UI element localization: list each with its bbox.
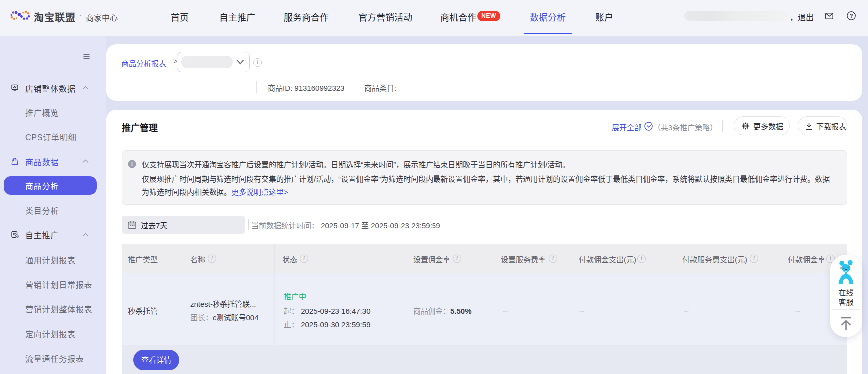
svg-text:?: ? xyxy=(850,13,853,19)
